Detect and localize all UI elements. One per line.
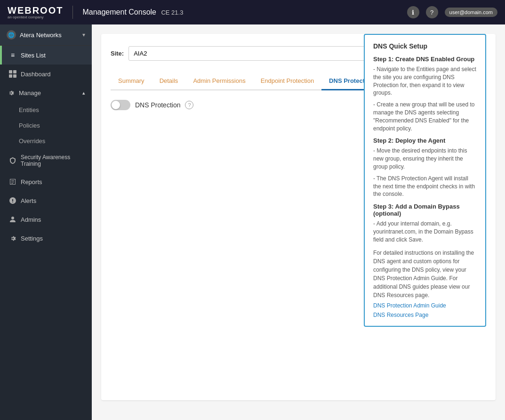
step1-title: Step 1: Create DNS Enabled Group	[373, 56, 477, 63]
sidebar-item-dashboard[interactable]: Dashboard	[0, 65, 92, 83]
overrides-label: Overrides	[19, 137, 45, 145]
tab-admin-permissions[interactable]: Admin Permissions	[185, 73, 253, 90]
sidebar-sub-item-entities[interactable]: Entities	[0, 102, 92, 118]
policies-label: Policies	[19, 122, 40, 129]
quicksetup-title: DNS Quick Setup	[373, 42, 477, 50]
site-label: Site:	[111, 50, 124, 57]
sidebar-item-label: Alerts	[21, 197, 36, 204]
sidebar-item-alerts[interactable]: Alerts	[0, 191, 92, 210]
dns-resources-link[interactable]: DNS Resources Page	[373, 312, 477, 318]
sidebar-item-sites-list[interactable]: ≡ Sites List	[0, 46, 92, 65]
toggle-knob	[112, 101, 120, 109]
dns-protection-toggle[interactable]	[111, 100, 130, 110]
dns-toggle-row: DNS Protection ?	[111, 100, 352, 110]
svg-rect-1	[13, 70, 16, 73]
main-content-body: DNS Protection ? DNS Quick Setup Step 1:…	[111, 100, 486, 393]
logo-text: WEBROOT	[8, 6, 63, 15]
step1-item2: - Create a new group that will be used t…	[373, 101, 477, 132]
top-header: WEBROOT an opentext company Management C…	[0, 0, 505, 24]
alerts-icon	[8, 196, 17, 205]
dns-quicksetup-box: DNS Quick Setup Step 1: Create DNS Enabl…	[364, 34, 486, 327]
sidebar-item-label: Settings	[21, 235, 43, 242]
reports-icon	[8, 178, 17, 186]
step1-item1: - Navigate to the Entities page and sele…	[373, 65, 477, 97]
sidebar-item-label: Dashboard	[21, 71, 51, 78]
webroot-logo: WEBROOT an opentext company	[8, 6, 63, 19]
logo-area: WEBROOT an opentext company Management C…	[8, 6, 183, 19]
version-badge: CE 21.3	[161, 9, 183, 16]
tab-details[interactable]: Details	[152, 73, 186, 90]
sidebar-item-label: Security Awareness Training	[21, 154, 85, 167]
step2-item1: - Move the desired endpoints into this n…	[373, 147, 477, 170]
step2-item2: - The DNS Protection Agent will install …	[373, 175, 477, 198]
logo-sub: an opentext company	[8, 15, 44, 19]
header-divider	[72, 6, 73, 19]
dashboard-icon	[8, 70, 17, 78]
sidebar-sub-item-policies[interactable]: Policies	[0, 118, 92, 133]
sidebar-item-label: Sites List	[21, 52, 46, 59]
sidebar-item-label: Reports	[21, 178, 42, 186]
sidebar: 🌐 Atera Networks ▾ ≡ Sites List Dashboar…	[0, 24, 92, 420]
sidebar-sub-item-overrides[interactable]: Overrides	[0, 133, 92, 149]
console-title: Management Console CE 21.3	[82, 8, 183, 16]
info-button[interactable]: ℹ	[407, 6, 419, 18]
manage-chevron-icon: ▴	[82, 90, 85, 96]
left-panel: DNS Protection ?	[111, 100, 352, 393]
help-button[interactable]: ?	[426, 6, 438, 18]
sites-list-icon: ≡	[8, 51, 17, 59]
sidebar-item-label: Manage	[19, 89, 41, 97]
dns-note: For detailed instructions on installing …	[373, 249, 477, 299]
tab-endpoint-protection[interactable]: Endpoint Protection	[253, 73, 321, 90]
sidebar-item-admins[interactable]: Admins	[0, 210, 92, 229]
admins-icon	[8, 215, 17, 224]
user-menu[interactable]: user@domain.com	[445, 8, 497, 17]
org-name: Atera Networks	[20, 32, 82, 39]
svg-rect-0	[9, 70, 12, 73]
sidebar-org-selector[interactable]: 🌐 Atera Networks ▾	[0, 24, 92, 46]
step2-title: Step 2: Deploy the Agent	[373, 137, 477, 144]
right-panel: DNS Quick Setup Step 1: Create DNS Enabl…	[361, 100, 486, 393]
sidebar-item-settings[interactable]: Settings	[0, 229, 92, 248]
sidebar-item-label: Admins	[21, 216, 41, 223]
content-inner: Site: AIA2 Summary	[101, 34, 496, 400]
dns-toggle-label: DNS Protection	[135, 101, 180, 109]
tab-summary[interactable]: Summary	[111, 73, 152, 90]
step3-item1: - Add your internal domain, e.g. yourint…	[373, 220, 477, 243]
sidebar-item-security-awareness[interactable]: Security Awareness Training	[0, 149, 92, 172]
sidebar-item-manage[interactable]: Manage ▴	[0, 83, 92, 102]
entities-label: Entities	[19, 106, 39, 113]
header-icons: ℹ ? user@domain.com	[407, 6, 497, 18]
step3-title: Step 3: Add a Domain Bypass (optional)	[373, 203, 477, 217]
content-area: Site: AIA2 Summary	[92, 24, 505, 420]
main-layout: 🌐 Atera Networks ▾ ≡ Sites List Dashboar…	[0, 24, 505, 420]
manage-icon	[7, 89, 15, 97]
org-icon: 🌐	[7, 30, 16, 40]
dns-admin-guide-link[interactable]: DNS Protection Admin Guide	[373, 302, 477, 309]
org-chevron-icon: ▾	[82, 32, 85, 38]
svg-rect-3	[13, 74, 16, 78]
sidebar-item-reports[interactable]: Reports	[0, 172, 92, 191]
settings-icon	[8, 234, 17, 242]
dns-help-icon[interactable]: ?	[185, 101, 193, 109]
security-awareness-icon	[8, 156, 17, 165]
svg-rect-2	[9, 74, 12, 78]
